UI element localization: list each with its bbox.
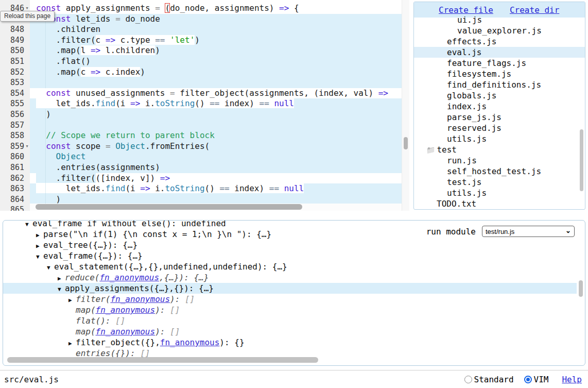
keybinding-standard-option[interactable]: Standard — [464, 375, 514, 384]
fn-anonymous-link[interactable]: fn_anonymous — [96, 305, 155, 315]
create-file-link[interactable]: Create file — [439, 5, 493, 15]
calltree-row[interactable]: ▼eval_frame({…}): {…} — [3, 250, 577, 261]
calltree-row[interactable]: ▶eval_tree({…}): {…} — [3, 240, 577, 250]
code-line[interactable]: .filter(c => c.type == 'let') — [30, 35, 402, 46]
code-line[interactable]: .flat() — [30, 56, 402, 67]
keybinding-vim-option[interactable]: VIM — [524, 375, 549, 384]
editor-vertical-scrollbar[interactable] — [402, 0, 409, 211]
code-line[interactable]: const let_ids = do_node — [30, 14, 402, 25]
fold-spacer — [24, 67, 30, 78]
file-tree-item[interactable]: filesystem.js — [414, 69, 585, 79]
code-line[interactable]: .map(l => l.children) — [30, 45, 402, 56]
expand-arrow-icon[interactable]: ▶ — [58, 273, 65, 284]
file-tree-folder[interactable]: 📁test — [414, 144, 585, 155]
code-line[interactable] — [30, 77, 402, 88]
code-line[interactable]: .entries(assignments) — [30, 162, 402, 173]
gutter-line-number: 863 — [0, 183, 30, 194]
calltree-row[interactable]: ▼eval_statement({…},{},undefined,undefin… — [3, 261, 577, 272]
run-module-select[interactable]: test/run.js ⌄ — [482, 226, 575, 237]
gutter-line-number: 856 — [0, 109, 30, 120]
fn-anonymous-link[interactable]: fn_anonymous — [110, 294, 170, 304]
collapse-arrow-icon[interactable]: ▼ — [36, 251, 43, 262]
expand-arrow-icon[interactable]: ▶ — [36, 241, 43, 251]
code-line[interactable]: // Scope we return to parent block — [30, 130, 402, 141]
collapse-arrow-icon[interactable]: ▼ — [47, 262, 54, 273]
code-line[interactable]: .filter(([index, v]) => — [30, 173, 402, 184]
code-line[interactable]: let_ids.find(i => i.toString() == index)… — [30, 98, 402, 109]
file-tree-item[interactable]: ui.js — [414, 14, 585, 25]
create-dir-link[interactable]: Create dir — [510, 5, 559, 15]
fn-anonymous-link[interactable]: fn_anonymous — [160, 338, 220, 347]
gutter-line-number: 853 — [0, 77, 30, 88]
code-line[interactable]: const apply_assignments = (do_node, assi… — [30, 3, 402, 14]
help-link[interactable]: Help — [562, 375, 582, 384]
editor-horizontal-scrollbar[interactable] — [30, 204, 402, 211]
calltree-row[interactable]: ▼apply_assignments({…},{}): {…} — [3, 283, 577, 294]
fold-arrow-icon[interactable]: ▾ — [24, 141, 30, 152]
calltree-vertical-scrollbar-thumb[interactable] — [579, 280, 583, 297]
gutter-line-number: 857 — [0, 120, 30, 131]
file-tree-item[interactable]: find_definitions.js — [414, 79, 585, 90]
collapse-arrow-icon[interactable]: ▼ — [58, 284, 65, 295]
file-tree-item[interactable]: effects.js — [414, 36, 585, 47]
expand-arrow-icon[interactable]: ▶ — [36, 230, 43, 241]
gutter-line-number: 861 — [0, 162, 30, 173]
file-list-scrollbar-thumb[interactable] — [580, 129, 583, 191]
file-tree-item[interactable]: utils.js — [414, 133, 585, 144]
file-tree-item[interactable]: test.js — [414, 177, 585, 188]
calltree-row[interactable]: flat(): [] — [3, 315, 577, 326]
code-line[interactable]: .children — [30, 24, 402, 35]
run-module-selected-value: test/run.js — [486, 228, 514, 235]
file-tree-item[interactable]: globals.js — [414, 90, 585, 101]
expand-arrow-icon[interactable]: ▶ — [68, 295, 76, 306]
radio-standard-icon[interactable] — [464, 376, 472, 383]
fold-spacer — [24, 151, 30, 162]
file-list: ui.jsvalue_explorer.jseffects.jseval.jsf… — [414, 18, 585, 209]
expand-arrow-icon[interactable]: ▶ — [68, 338, 76, 349]
file-tree-item[interactable]: TODO.txt — [414, 198, 585, 209]
file-tree-item[interactable]: eval.js — [414, 47, 585, 58]
gutter-line-number: 850 — [0, 45, 30, 56]
fold-spacer — [24, 173, 30, 184]
fold-spacer — [24, 162, 30, 173]
code-line[interactable]: const scope = Object.fromEntries( — [30, 141, 402, 152]
radio-vim-icon[interactable] — [524, 376, 532, 383]
file-tree-item[interactable]: reserved.js — [414, 123, 585, 133]
file-tree-item[interactable]: value_explorer.js — [414, 25, 585, 36]
editor-horizontal-scrollbar-thumb[interactable] — [36, 204, 302, 210]
fold-spacer — [24, 45, 30, 56]
code-editor[interactable]: 846▾847848849850851852853854855856857858… — [0, 0, 410, 211]
calltree-row[interactable]: ▶reduce(fn_anonymous,{…}): {…} — [3, 272, 577, 283]
fold-spacer — [24, 24, 30, 35]
code-line[interactable]: const unused_assignments = filter_object… — [30, 88, 402, 99]
fn-anonymous-link[interactable]: fn_anonymous — [99, 273, 159, 282]
code-line[interactable]: ) — [30, 109, 402, 120]
calltree-row[interactable]: ▶filter(fn_anonymous): [] — [3, 294, 577, 305]
calltree-row[interactable]: ▶filter_object({},fn_anonymous): {} — [3, 337, 577, 348]
code-area[interactable]: const apply_assignments = (do_node, assi… — [30, 0, 402, 211]
file-tree-item[interactable]: parse_js.js — [414, 112, 585, 123]
gutter-line-number: 864 — [0, 194, 30, 205]
fold-spacer — [24, 35, 30, 46]
file-tree-item[interactable]: index.js — [414, 101, 585, 112]
vim-label: VIM — [534, 375, 549, 384]
fold-spacer — [24, 77, 30, 88]
gutter-line-number: 859▾ — [0, 141, 30, 152]
code-line[interactable] — [30, 120, 402, 131]
file-tree-item[interactable]: utils.js — [414, 188, 585, 198]
run-module-label: run module — [426, 227, 476, 237]
calltree-rows: ▼eval_frame if without else(): undefined… — [3, 220, 585, 359]
indent-guide — [45, 14, 46, 88]
editor-vertical-scrollbar-thumb[interactable] — [404, 137, 408, 149]
code-line[interactable]: .map(c => c.index) — [30, 67, 402, 78]
calltree-row[interactable]: map(fn_anonymous): [] — [3, 326, 577, 337]
file-tree-item[interactable]: feature_flags.js — [414, 58, 585, 69]
calltree-horizontal-scrollbar-thumb[interactable] — [7, 357, 318, 363]
file-tree-item[interactable]: self_hosted_test.js — [414, 166, 585, 177]
code-line[interactable]: let_ids.find(i => i.toString() == index)… — [30, 183, 402, 194]
collapse-arrow-icon[interactable]: ▼ — [25, 220, 32, 230]
fn-anonymous-link[interactable]: fn_anonymous — [96, 327, 155, 336]
calltree-row[interactable]: map(fn_anonymous): [] — [3, 305, 577, 315]
file-tree-item[interactable]: run.js — [414, 155, 585, 166]
code-line[interactable]: Object — [30, 151, 402, 162]
